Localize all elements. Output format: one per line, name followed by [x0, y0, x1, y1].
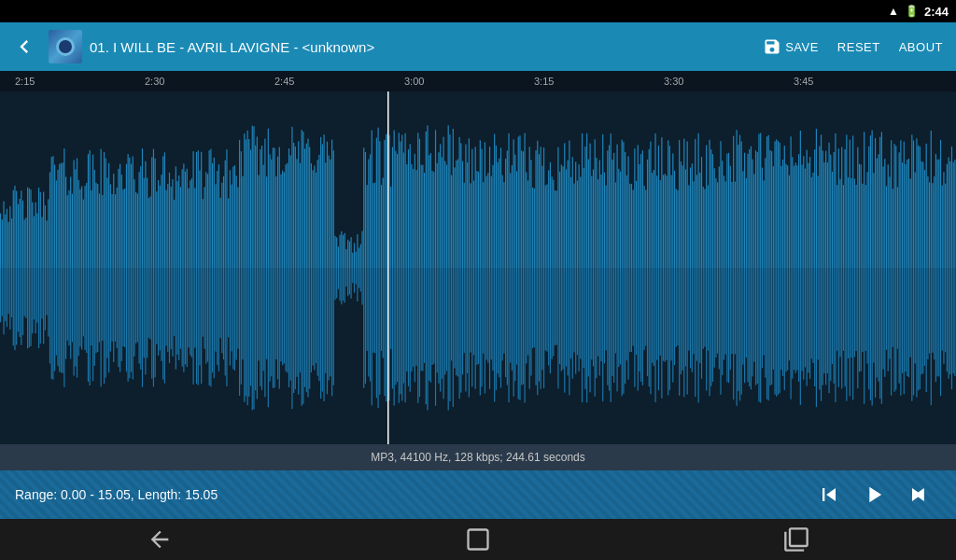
album-art	[49, 30, 82, 63]
play-button[interactable]	[851, 476, 896, 513]
rewind-button[interactable]	[807, 476, 851, 513]
top-bar: 01. I WILL BE - AVRIL LAVIGNE - <unknown…	[0, 22, 956, 71]
waveform-area[interactable]	[0, 91, 956, 444]
range-text: Range: 0.00 - 15.05, Length: 15.05	[15, 487, 807, 502]
timeline-ruler: 2:15 2:30 2:45 3:00 3:15 3:30 3:45	[0, 71, 956, 91]
recents-nav-button[interactable]	[765, 519, 828, 560]
wifi-icon: ▲	[888, 5, 899, 18]
ruler-label-1: 2:15	[15, 76, 35, 87]
about-button[interactable]: ABOUT	[893, 36, 949, 58]
ruler-label-7: 3:45	[794, 76, 813, 87]
ruler-label-3: 2:45	[274, 76, 294, 87]
home-nav-button[interactable]	[446, 519, 510, 560]
about-label: ABOUT	[899, 40, 943, 54]
info-bar: MP3, 44100 Hz, 128 kbps; 244.61 seconds	[0, 444, 956, 470]
waveform-canvas	[0, 91, 956, 444]
battery-icon: 🔋	[905, 5, 919, 18]
track-title: 01. I WILL BE - AVRIL LAVIGNE - <unknown…	[90, 39, 750, 55]
ruler-label-4: 3:00	[404, 76, 424, 87]
reset-button[interactable]: RESET	[832, 36, 886, 58]
nav-bar	[0, 519, 956, 560]
fast-forward-button[interactable]	[896, 476, 941, 513]
ruler-label-6: 3:30	[664, 76, 683, 87]
status-time: 2:44	[924, 5, 949, 19]
ruler-label-2: 2:30	[145, 76, 164, 87]
back-button[interactable]	[7, 30, 41, 63]
save-label: SAVE	[785, 40, 819, 54]
save-button[interactable]: SAVE	[757, 34, 824, 60]
controls-bar: Range: 0.00 - 15.05, Length: 15.05	[0, 470, 956, 519]
reset-label: RESET	[837, 40, 880, 54]
status-bar: ▲ 🔋 2:44	[0, 0, 956, 22]
info-text: MP3, 44100 Hz, 128 kbps; 244.61 seconds	[371, 451, 584, 464]
back-nav-button[interactable]	[128, 519, 191, 560]
ruler-label-5: 3:15	[534, 76, 554, 87]
album-art-disc	[56, 37, 75, 56]
